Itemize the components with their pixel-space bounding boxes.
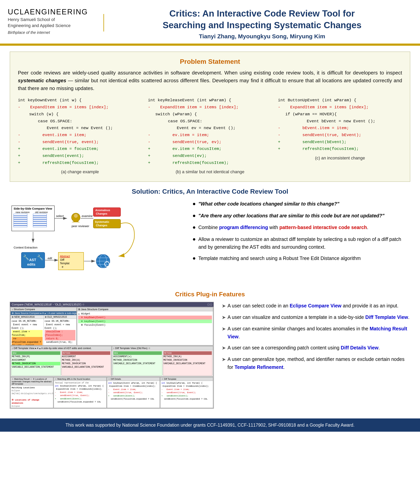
diff-template-detail-panel: ☆ Diff Template int keyDown(wParam, int … (160, 377, 213, 408)
code-line-added: + refreshItem(focusItem); (278, 145, 402, 152)
compare-row: ↕ Structure Compare ⊕ Java Source Compar… (10, 307, 214, 346)
main-content: Problem Statement Peer code reviews are … (0, 46, 420, 419)
code-line: Event ev = new Event (); (148, 125, 272, 132)
plugin-bullet-2: ➤ A user can visualize and customize a t… (222, 313, 410, 322)
code-caption-c: (c) an inconsistent change (278, 154, 402, 162)
old-template-pane: METHOD ASSIGNMENT METHOD_INV(A) METHOD_I… (61, 351, 111, 376)
ucla-wordmark: UCLA (8, 8, 30, 16)
code-line: switch (wParam) { (148, 111, 272, 118)
code-line: if (wParam == HOVER){ (278, 111, 402, 118)
code-line-added: + refreshItem(focusItem); (18, 159, 142, 167)
solution-bullet-4: ● Allow a reviewer to customize an abstr… (192, 235, 410, 251)
code-line-added: + refreshItem(focusItem); (148, 159, 272, 167)
code-line-deleted: - ev.item = item; (148, 132, 272, 139)
code-line: int keyReleaseEvent (int wParam) { (148, 97, 272, 104)
plugin-bullets: ➤ A user can select code in an Eclipse C… (222, 302, 410, 374)
matching-diffs-panel: ☆ Matching diffs in the found location T… (54, 377, 107, 408)
bullet-quote-1: "What other code locations changed simil… (198, 201, 339, 206)
code-line-deleted: - sendEvent(true, event); (18, 139, 142, 146)
diff-template-new-panel: ↕ Diff Template View ▸ ▾ ▴ A side-by-sid… (11, 346, 112, 377)
left-pane: ⊕ NEW_WIN3213516 case OS.VK_RETURN: Even… (11, 315, 44, 345)
solution-bullet-1: ● "What other code locations changed sim… (192, 200, 410, 208)
svg-text:edits: edits (27, 263, 35, 266)
svg-text:Templat: Templat (60, 262, 69, 265)
code-line: case OS.SPACE: (18, 118, 142, 125)
solution-content: Side-by-Side Compare View new revision o… (10, 200, 410, 285)
svg-text:Changes: Changes (96, 224, 107, 227)
solution-bullet-3: ● Combine program differencing with patt… (192, 223, 410, 232)
paper-authors: Tianyi Zhang, Myoungkyu Song, Miryung Ki… (112, 33, 412, 40)
new-template-pane: NEW METHOD_INV(M) ASSIGNMENT METHOD_INVO… (11, 351, 61, 376)
code-line: case OS.SPACE: (148, 118, 272, 125)
ucla-text: UCLAENGINEERING (8, 6, 88, 16)
solution-bullet-5: ● Template matching and search using a R… (192, 254, 410, 263)
plugin-screenshot: Compare ('NEW_WIN3213516' - 'OLD_WIN3213… (10, 302, 214, 409)
code-examples: int keyDownEvent (int w) { - ExpandItem … (18, 97, 402, 175)
code-caption-a: (a) change example (18, 168, 142, 175)
program-differencing-text: program differencing (219, 225, 268, 230)
svg-text:edit: edit (48, 257, 52, 260)
svg-point-21 (74, 214, 78, 218)
code-line-deleted: - ExpandItem item = items [index]; (278, 104, 402, 111)
bottom-row: ☆ Matching Result ☆ ③ Locations of syste… (10, 377, 214, 408)
matching-result-panel: ☆ Matching Result ☆ ③ Locations of syste… (11, 377, 53, 408)
plugin-bullet-1: ➤ A user can select code in an Eclipse C… (222, 302, 410, 310)
code-line-added: + sendEvent(bEvent); (278, 139, 402, 146)
code-line: int ButtonUpEvent (int wParam) { (278, 97, 402, 104)
problem-title: Problem Statement (18, 58, 402, 65)
code-block-b: int keyReleaseEvent (int wParam) { - Exp… (148, 97, 272, 175)
svg-text:Context Extraction: Context Extraction (14, 246, 37, 249)
plugin-bullet-5: ➤ A user can generalize type, method, an… (222, 355, 410, 371)
code-line: Event bEvent = new Event (); (278, 118, 402, 125)
solution-title: Solution: Critics, An Interactive Code R… (10, 188, 410, 195)
solution-diagram-svg: Side-by-Side Compare View new revision o… (10, 200, 185, 283)
school-name: Henry Samueli School of Engineering and … (8, 17, 88, 29)
code-line: Event event = new Event (); (18, 125, 142, 132)
header-divider (103, 14, 104, 31)
footer: This work was supported by National Scie… (0, 419, 420, 432)
code-line: int keyDownEvent (int w) { (18, 97, 142, 104)
svg-text:select: select (56, 214, 64, 218)
svg-text:AST: AST (29, 258, 36, 262)
code-block-c: int ButtonUpEvent (int wParam) { - Expan… (278, 97, 402, 175)
code-line: switch (w) { (18, 111, 142, 118)
old-rev-new-pane: NEW ASSIGNMENT(v) METHOD_INVOCATION VARI… (113, 351, 162, 376)
paper-title: Critics: An Interactive Code Review Tool… (112, 8, 412, 31)
solution-section: Solution: Critics, An Interactive Code R… (10, 188, 410, 285)
paper-title-block: Critics: An Interactive Code Review Tool… (112, 6, 412, 40)
engineering-text: ENGINEERING (30, 8, 88, 16)
code-block-a: int keyDownEvent (int w) { - ExpandItem … (18, 97, 142, 175)
tagline: Birthplace of the internet (8, 30, 88, 35)
code-line-added: + sendEvent(ev); (148, 152, 272, 159)
code-caption-b: (b) a similar but not identical change (148, 168, 272, 175)
code-line-deleted: - sendEvent(true, ev); (148, 139, 272, 146)
svg-text:Side-by-Side Compare View: Side-by-Side Compare View (14, 207, 52, 210)
code-line-deleted: - bEvent.item = item; (278, 125, 402, 132)
eclipse-titlebar: Compare ('NEW_WIN3213516' - 'OLD_WIN3213… (10, 302, 214, 307)
svg-text:Anomalous: Anomalous (95, 209, 110, 212)
screenshot-mockup: Compare ('NEW_WIN3213516' - 'OLD_WIN3213… (10, 302, 214, 408)
code-search-text: pattern-based interactive code search (279, 225, 367, 230)
diff-template-row: ↕ Diff Template View ▸ ▾ ▴ A side-by-sid… (10, 346, 214, 377)
bullet-quote-2: "Are there any other locations that are … (198, 213, 384, 218)
svg-text:old revision: old revision (35, 211, 48, 214)
solution-bullet-2: ● "Are there any other locations that ar… (192, 212, 410, 220)
svg-text:new revision: new revision (16, 211, 30, 214)
plugin-section: Critics Plug-in Features Compare ('NEW_W… (10, 291, 410, 409)
old-rev-old-pane: METHOD METHOD_INV(A) METHOD_INVOCATION V… (163, 351, 213, 376)
svg-text:Diff: Diff (60, 258, 64, 261)
problem-statement-section: Problem Statement Peer code reviews are … (10, 52, 410, 182)
diff-template-old-panel: ↕ Diff Template View (Old Rev) ☆ NEW ASS… (112, 346, 213, 377)
code-line-deleted: - event.item = item; (18, 132, 142, 139)
code-line-added: + event.item = focusItem; (18, 145, 142, 152)
gold-bar (0, 44, 420, 46)
right-pane: ⊕ OLD_WIN3213515 case OS.VK_RETURN: Even… (44, 315, 77, 345)
svg-text:Systematic: Systematic (95, 220, 109, 223)
footer-text: This work was supported by National Scie… (66, 423, 354, 428)
svg-text:Changes: Changes (96, 212, 107, 215)
solution-bullets: ● "What other code locations changed sim… (192, 200, 410, 266)
problem-text: Peer code reviews are widely-used qualit… (18, 69, 402, 92)
svg-text:examine: examine (82, 214, 93, 218)
svg-text:🔧: 🔧 (23, 254, 29, 261)
structure-compare-panel: ↕ Structure Compare ⊕ Java Source Compar… (11, 307, 77, 345)
